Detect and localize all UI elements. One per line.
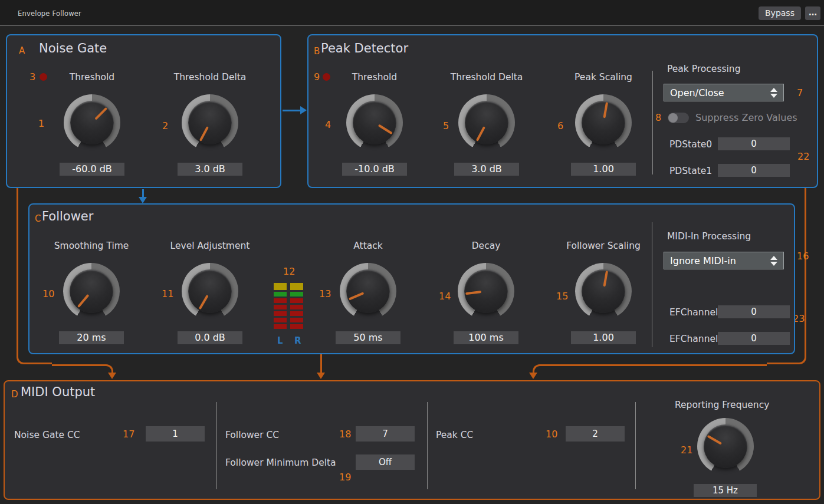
peak-scaling-knob[interactable] <box>575 94 632 151</box>
selected-option: Open/Close <box>670 87 770 98</box>
selected-option: Ignore MIDI-in <box>670 255 770 266</box>
annotation-14: 14 <box>439 291 451 302</box>
peak-threshold-delta-knob[interactable] <box>458 94 515 151</box>
knob-pointer-icon <box>77 294 89 308</box>
decay: Decay 100 ms <box>451 241 521 344</box>
meter-right-column <box>290 283 303 329</box>
knob-value[interactable]: -60.0 dB <box>60 163 124 176</box>
knob-pointer-icon <box>465 291 481 295</box>
pdstate1-value[interactable]: 0 <box>718 164 790 177</box>
level-meter <box>274 283 303 329</box>
knob-label: Attack <box>353 241 382 252</box>
knob-label: Decay <box>472 241 501 252</box>
knob-value[interactable]: 20 ms <box>59 331 124 344</box>
noise-gate-threshold-knob[interactable] <box>64 94 120 151</box>
knob-value[interactable]: 100 ms <box>454 331 518 344</box>
attack: Attack 50 ms <box>333 241 403 344</box>
arrowhead-right-icon <box>300 106 307 114</box>
peak-cc-label: Peak CC <box>436 430 473 440</box>
peak-threshold-knob[interactable] <box>346 94 403 151</box>
suppress-zero-values-toggle[interactable] <box>668 113 689 123</box>
wire-noisegate-to-follower <box>142 189 144 197</box>
section-noise-gate: A Noise Gate 3 Threshold -60.0 dB 1 Thre… <box>6 34 281 188</box>
arrowhead-down-icon <box>529 373 537 379</box>
annotation-6: 6 <box>557 120 563 131</box>
knob-value[interactable]: 3.0 dB <box>454 163 519 176</box>
annotation-9: 9 <box>314 71 320 83</box>
arrowhead-down-icon <box>108 373 116 379</box>
knob-pointer-icon <box>378 124 393 135</box>
annotation-7: 7 <box>797 87 803 98</box>
knob-value[interactable]: 50 ms <box>336 331 400 344</box>
knob-label: Threshold Delta <box>174 72 247 84</box>
peak-processing-select[interactable]: Open/Close <box>664 84 784 101</box>
decay-knob[interactable] <box>458 263 514 319</box>
noise-gate-cc-value[interactable]: 1 <box>146 426 205 442</box>
more-options-button[interactable]: … <box>805 6 820 20</box>
section-title: Peak Detector <box>321 41 408 55</box>
pdstate0-label: PDState0 <box>669 139 712 150</box>
follower-cc-value[interactable]: 7 <box>356 426 415 442</box>
gate-led-icon <box>40 73 47 81</box>
divider <box>652 71 653 174</box>
noise-gate-threshold-delta: Threshold Delta 3.0 dB <box>175 72 245 176</box>
pdstate0-value[interactable]: 0 <box>718 137 790 150</box>
annotation-11: 11 <box>162 288 173 299</box>
divider <box>427 402 428 489</box>
peak-threshold: Threshold -10.0 dB <box>339 72 410 176</box>
level-adjustment-knob[interactable] <box>182 263 238 319</box>
attack-knob[interactable] <box>340 263 396 319</box>
knob-label: Threshold <box>70 72 114 84</box>
annotation-17: 17 <box>123 429 134 440</box>
section-title: Follower <box>42 209 93 223</box>
annotation-16: 16 <box>797 251 809 262</box>
annotation-13: 13 <box>319 288 331 299</box>
efchannel1-value[interactable]: 0 <box>718 332 790 345</box>
wire-noisegate-to-midiout-2 <box>52 364 113 373</box>
annotation-1: 1 <box>38 118 44 129</box>
bypass-button[interactable]: Bypass <box>759 6 801 20</box>
noise-gate-threshold-delta-knob[interactable] <box>182 94 238 151</box>
midi-in-processing-select[interactable]: Ignore MIDI-in <box>664 252 784 269</box>
follower-min-delta-value[interactable]: Off <box>356 454 415 470</box>
annotation-10: 10 <box>42 288 54 299</box>
annotation-8: 8 <box>655 112 661 123</box>
annotation-22: 22 <box>797 151 809 162</box>
knob-pointer-icon <box>199 295 209 309</box>
follower-scaling-knob[interactable] <box>575 263 632 319</box>
annotation-5: 5 <box>443 120 449 131</box>
divider <box>216 402 217 489</box>
knob-value[interactable]: -10.0 dB <box>342 163 407 176</box>
level-adjustment: Level Adjustment 0.0 dB <box>175 241 245 344</box>
smoothing-time-knob[interactable] <box>63 263 120 319</box>
peak-cc-value[interactable]: 2 <box>566 426 625 442</box>
noise-gate-cc-label: Noise Gate CC <box>14 430 80 440</box>
spinner-arrows-icon <box>770 256 777 266</box>
reporting-frequency-value[interactable]: 15 Hz <box>694 484 757 497</box>
section-letter: D <box>11 389 18 400</box>
meter-left-column <box>274 283 287 329</box>
knob-pointer-icon <box>349 292 364 300</box>
follower-scaling: Follower Scaling 1.00 <box>568 241 639 344</box>
follower-cc-label: Follower CC <box>225 430 279 440</box>
efchannel0-value[interactable]: 0 <box>718 305 790 318</box>
annotation-3: 3 <box>29 71 35 83</box>
efchannel0-label: EFChannel0 <box>669 307 724 318</box>
knob-value[interactable]: 3.0 dB <box>178 163 242 176</box>
knob-value[interactable]: 1.00 <box>571 163 636 176</box>
annotation-15: 15 <box>556 291 568 302</box>
section-letter: B <box>314 46 320 57</box>
arrowhead-down-icon <box>139 197 147 203</box>
wire-follower-to-midiout <box>320 354 322 373</box>
knob-value[interactable]: 0.0 dB <box>178 331 242 344</box>
midi-in-processing-label: MIDI-In Processing <box>667 231 751 242</box>
section-title: MIDI Output <box>21 385 95 399</box>
knob-value[interactable]: 1.00 <box>571 331 636 344</box>
section-peak-detector: B Peak Detector 9 Threshold -10.0 dB 4 T… <box>307 34 818 188</box>
annotation-2: 2 <box>162 120 168 131</box>
reporting-frequency-knob[interactable] <box>697 418 754 475</box>
section-follower: C Follower Smoothing Time 20 ms 10 Level… <box>28 203 795 354</box>
knob-label: Threshold Delta <box>451 72 523 84</box>
annotation-12: 12 <box>283 266 295 277</box>
divider <box>635 402 636 489</box>
